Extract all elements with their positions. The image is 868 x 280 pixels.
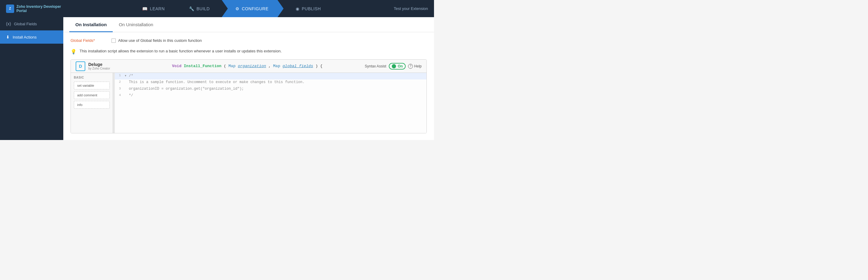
- code-editor: D Deluge by Zoho Creator Void Install_Fu…: [70, 59, 427, 133]
- help-button[interactable]: ? Help: [408, 64, 422, 69]
- top-nav: Z Zoho Inventory Developer Portal 📖 LEAR…: [0, 0, 434, 17]
- info-banner: 💡 This installation script allows the ex…: [70, 49, 427, 55]
- deluge-icon: D: [76, 62, 85, 71]
- syntax-assist: Syntax Assist On ? Help: [365, 63, 422, 70]
- block-add-comment[interactable]: add comment: [74, 91, 110, 99]
- code-line-2: 2 This is a sample function. Uncomment t…: [115, 79, 427, 86]
- sidebar: (x) Global Fields ⬇ Install Actions: [0, 17, 63, 140]
- checkbox-label: Allow use of Global fields in this custo…: [118, 38, 202, 43]
- nav-publish[interactable]: ◉ PUBLISH: [284, 0, 333, 17]
- main-layout: (x) Global Fields ⬇ Install Actions On I…: [0, 17, 434, 140]
- line-num-4: 4: [115, 93, 124, 97]
- code-line-4: 4 */: [115, 93, 427, 99]
- sidebar-item-label: Install Actions: [13, 35, 37, 39]
- learn-icon: 📖: [142, 6, 148, 11]
- nav-build[interactable]: 🔧 BUILD: [177, 0, 222, 17]
- global-fields-label: Global Fields*: [70, 38, 107, 43]
- help-icon: ?: [408, 64, 413, 69]
- install-actions-icon: ⬇: [6, 35, 10, 39]
- deluge-name: Deluge: [88, 62, 110, 67]
- sidebar-item-install-actions[interactable]: ⬇ Install Actions: [0, 30, 63, 44]
- info-text: This installation script allows the exte…: [80, 49, 282, 53]
- nav-configure[interactable]: ⚙ CONFIGURE: [222, 0, 284, 17]
- help-label: Help: [414, 64, 422, 68]
- param-org: organization: [238, 64, 266, 68]
- map-keyword-2: Map: [273, 64, 280, 68]
- deluge-sub: by Zoho Creator: [88, 67, 110, 70]
- toggle-circle: [392, 64, 396, 68]
- code-line-1: 1 ▾ /*: [115, 73, 427, 79]
- code-blocks-sidebar: BASIC set variable add comment info: [71, 73, 113, 133]
- content-body: Global Fields* Allow use of Global field…: [63, 32, 434, 140]
- deluge-text: Deluge by Zoho Creator: [88, 62, 110, 70]
- param-gf: global_fields: [283, 64, 313, 68]
- publish-icon: ◉: [296, 6, 300, 11]
- line-content-1: ▾ /*: [124, 73, 427, 78]
- tab-on-uninstallation[interactable]: On Uninstallation: [113, 17, 159, 32]
- deluge-logo: D Deluge by Zoho Creator: [76, 62, 172, 71]
- global-fields-icon: (x): [6, 22, 11, 26]
- block-set-variable[interactable]: set variable: [74, 81, 110, 90]
- syntax-assist-label: Syntax Assist: [365, 64, 386, 68]
- nav-learn[interactable]: 📖 LEARN: [130, 0, 177, 17]
- logo-text: Zoho Inventory Developer Portal: [17, 4, 70, 13]
- sidebar-item-label: Global Fields: [14, 22, 37, 26]
- block-info[interactable]: info: [74, 101, 110, 109]
- map-keyword-1: Map: [228, 64, 236, 68]
- logo-area: Z Zoho Inventory Developer Portal: [6, 4, 69, 13]
- logo-icon: Z: [6, 4, 14, 13]
- bulb-icon: 💡: [70, 49, 76, 55]
- line-num-3: 3: [115, 86, 124, 90]
- code-signature: Void Install_Function ( Map organization…: [172, 64, 365, 68]
- build-icon: 🔧: [189, 6, 194, 11]
- line-num-2: 2: [115, 79, 124, 84]
- code-editor-main: BASIC set variable add comment info 1 ▾ …: [71, 73, 427, 133]
- code-text-area[interactable]: 1 ▾ /* 2 This is a sample function. Unco…: [115, 73, 427, 133]
- basic-label: BASIC: [74, 76, 110, 79]
- global-fields-checkbox[interactable]: [112, 39, 116, 43]
- line-content-3: organizationID = organization.get("organ…: [124, 86, 427, 91]
- tabs: On Installation On Uninstallation: [63, 17, 434, 32]
- nav-items: 📖 LEARN 🔧 BUILD ⚙ CONFIGURE ◉ PUBLISH: [69, 0, 394, 17]
- global-fields-row: Global Fields* Allow use of Global field…: [70, 38, 427, 43]
- tab-on-installation[interactable]: On Installation: [69, 17, 113, 32]
- sidebar-item-global-fields[interactable]: (x) Global Fields: [0, 17, 63, 30]
- line-num-1: 1: [115, 73, 124, 77]
- void-keyword: Void: [172, 64, 181, 68]
- configure-icon: ⚙: [236, 6, 240, 11]
- toggle-label: On: [398, 64, 403, 68]
- syntax-assist-toggle[interactable]: On: [389, 63, 406, 70]
- line-content-2: This is a sample function. Uncomment to …: [124, 79, 427, 84]
- test-extension-button[interactable]: Test your Extension: [394, 6, 428, 11]
- line-content-4: */: [124, 93, 427, 98]
- func-name: Install_Function: [184, 64, 221, 68]
- checkbox-row: Allow use of Global fields in this custo…: [112, 38, 202, 43]
- code-editor-header: D Deluge by Zoho Creator Void Install_Fu…: [71, 60, 427, 73]
- content-area: On Installation On Uninstallation Global…: [63, 17, 434, 140]
- code-line-3: 3 organizationID = organization.get("org…: [115, 86, 427, 93]
